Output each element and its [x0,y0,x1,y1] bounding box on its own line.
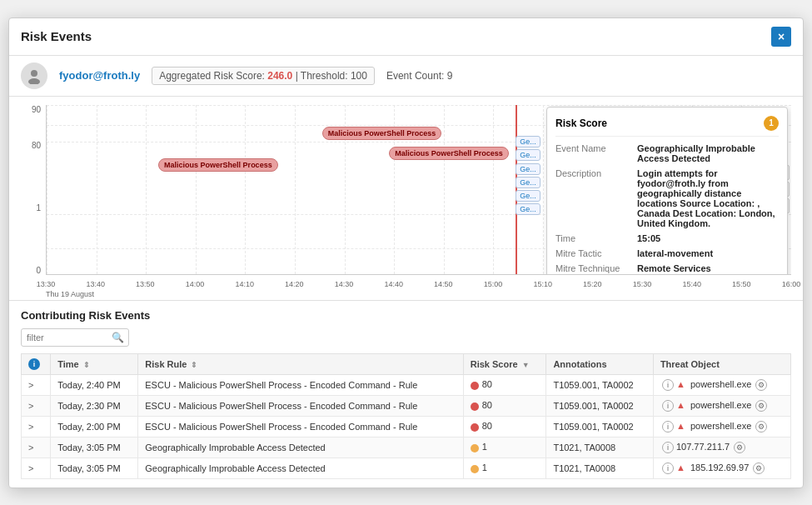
table-row: > Today, 3:05 PM Geographically Improbab… [22,437,791,458]
row-expand-4[interactable]: > [22,458,51,478]
row-threat-2: i ▲ powershell.exe ⚙ [653,416,790,437]
info-icon: i [28,358,40,370]
row-annotations-3: T1021, TA0008 [546,437,653,458]
event-pill-1[interactable]: Malicious PowerShell Process [158,158,278,172]
vline-10 [543,105,544,274]
svg-point-1 [28,78,40,84]
event-pill-2[interactable]: Malicious PowerShell Process [322,127,442,140]
threat-info-icon-2[interactable]: i [662,421,674,432]
score-sort-icon: ▼ [522,361,530,369]
x-label-1450: 14:50 [434,280,453,288]
row-score-3: 1 [463,437,546,458]
row-threat-1: i ▲ powershell.exe ⚙ [653,395,790,416]
row-time-1: Today, 2:30 PM [51,395,138,416]
threat-gear-icon-1[interactable]: ⚙ [755,400,767,412]
score-value: 246.0 [267,70,292,82]
row-expand-0[interactable]: > [22,374,51,395]
th-score[interactable]: Risk Score ▼ [463,353,546,374]
threat-info-icon-4[interactable]: i [662,462,674,474]
row-expand-1[interactable]: > [22,395,51,416]
row-time-4: Today, 3:05 PM [51,458,138,478]
modal-title: Risk Events [21,29,92,43]
threat-gear-icon-2[interactable]: ⚙ [755,421,767,432]
detail-label-tactic: Mitre Tactic [555,248,630,258]
detail-value-event-name: Geographically Improbable Access Detecte… [637,143,779,163]
detail-label-description: Description [555,168,630,228]
x-label-1530: 15:30 [633,280,652,288]
x-label-1330: 13:30 [37,280,56,288]
x-label-1410: 14:10 [235,280,254,288]
detail-value-technique: Remote Services [637,263,779,273]
table-row: > Today, 2:00 PM ESCU - Malicious PowerS… [22,416,791,437]
event-count: Event Count: 9 [386,70,452,82]
grid-line-top [47,105,791,106]
row-threat-3: i 107.77.211.7 ⚙ [653,437,790,458]
row-annotations-4: T1021, TA0008 [546,458,653,478]
row-time-2: Today, 2:00 PM [51,416,138,437]
threat-gear-icon-0[interactable]: ⚙ [755,379,767,391]
detail-value-description: Login attempts for fyodor@froth.ly from … [637,168,779,228]
events-table: i Time ⇕ Risk Rule ⇕ Risk Score ▼ Annota… [21,353,791,479]
y-label-1: 1 [36,203,41,212]
row-time-3: Today, 3:05 PM [51,437,138,458]
vline-5 [295,105,296,274]
row-annotations-0: T1059.001, TA0002 [546,374,653,395]
table-row: > Today, 2:30 PM ESCU - Malicious PowerS… [22,395,791,416]
x-label-1340: 13:40 [86,280,105,288]
threat-triangle-icon-0: ▲ [676,379,685,389]
th-annotations: Annotations [546,353,653,374]
bottom-section: Contributing Risk Events 🔍 i Time ⇕ Risk… [9,301,803,488]
threat-info-icon-1[interactable]: i [662,400,674,412]
events-table-body: > Today, 2:40 PM ESCU - Malicious PowerS… [22,374,791,478]
username: fyodor@froth.ly [59,69,140,82]
th-time[interactable]: Time ⇕ [51,353,138,374]
detail-label-event-name: Event Name [555,143,630,163]
risk-score-badge: Aggregated Risk Score: 246.0 | Threshold… [152,67,375,85]
row-rule-3: Geographically Improbable Access Detecte… [138,437,463,458]
chart-plot: Malicious PowerShell Process Malicious P… [46,105,791,275]
row-threat-0: i ▲ powershell.exe ⚙ [653,374,790,395]
threat-triangle-icon-4: ▲ [676,462,685,472]
detail-value-tactic: lateral-movement [637,248,779,258]
y-label-80: 80 [32,141,41,150]
detail-value-time: 15:05 [637,233,779,243]
threat-info-icon-0[interactable]: i [662,379,674,391]
threat-gear-icon-3[interactable]: ⚙ [734,442,745,453]
row-expand-2[interactable]: > [22,416,51,437]
red-vertical-line [516,105,517,274]
vline-0 [47,105,47,274]
row-score-1: 80 [463,395,546,416]
event-pill-3[interactable]: Malicious PowerShell Process [389,147,509,160]
x-label-1540: 15:40 [682,280,701,288]
x-label-1510: 15:10 [533,280,552,288]
chart-inner: 90 80 1 0 [21,105,791,300]
time-sort-icon: ⇕ [83,361,90,369]
close-button[interactable]: × [771,27,791,47]
th-rule[interactable]: Risk Rule ⇕ [138,353,463,374]
vline-9 [493,105,494,274]
filter-row: 🔍 [21,328,791,347]
row-threat-4: i ▲ 185.192.69.97 ⚙ [653,458,790,478]
x-label-1430: 14:30 [335,280,354,288]
search-icon: 🔍 [112,332,124,343]
x-label-1420: 14:20 [285,280,304,288]
detail-row-description: Description Login attempts for fyodor@fr… [555,168,779,228]
detail-badge: 1 [764,116,779,131]
detail-label-technique: Mitre Technique [555,263,630,273]
threat-triangle-icon-1: ▲ [676,400,685,410]
svg-point-0 [31,70,37,77]
row-expand-3[interactable]: > [22,437,51,458]
detail-label-time: Time [555,233,630,243]
y-label-0: 0 [36,266,41,275]
x-axis: 13:30 13:40 13:50 14:00 14:10 14:20 14:3… [46,277,791,300]
row-score-2: 80 [463,416,546,437]
threat-gear-icon-4[interactable]: ⚙ [753,462,765,474]
x-label-1400: 14:00 [186,280,205,288]
user-bar: fyodor@froth.ly Aggregated Risk Score: 2… [9,56,803,97]
x-label-1500: 15:00 [484,280,503,288]
avatar [21,62,47,89]
detail-panel: Risk Score 1 Event Name Geographically I… [546,107,788,275]
detail-row-time: Time 15:05 [555,233,779,243]
threat-info-icon-3[interactable]: i [662,442,674,453]
table-row: > Today, 3:05 PM Geographically Improbab… [22,458,791,478]
